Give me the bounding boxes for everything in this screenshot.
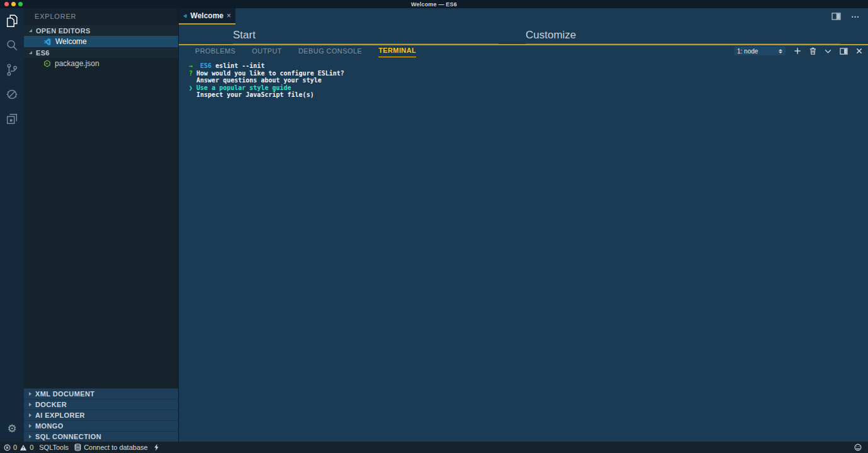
toggle-panel-layout-icon[interactable]	[840, 48, 848, 55]
tab-debug-console[interactable]: DEBUG CONSOLE	[298, 46, 362, 57]
tab-output[interactable]: OUTPUT	[252, 46, 282, 57]
warning-icon	[20, 444, 27, 451]
section-docker[interactable]: DOCKER	[24, 399, 178, 410]
terminal-line: Answer questions about your style	[189, 77, 868, 84]
section-label: DOCKER	[35, 401, 67, 408]
section-ai-explorer[interactable]: AI EXPLORER	[24, 410, 178, 420]
kill-terminal-icon[interactable]	[809, 47, 816, 55]
open-editors-label: OPEN EDITORS	[36, 27, 91, 35]
tab-problems[interactable]: PROBLEMS	[195, 46, 235, 57]
section-label: SQL CONNECTION	[35, 433, 101, 440]
explorer-empty-area	[24, 69, 178, 388]
terminal-instance-label: 1: node	[737, 48, 758, 55]
extensions-icon[interactable]	[0, 106, 24, 131]
lightning-icon	[154, 444, 159, 451]
bottom-panel: PROBLEMS OUTPUT DEBUG CONSOLE TERMINAL 1…	[179, 44, 868, 442]
sqltools-status[interactable]: SQLTools	[39, 444, 69, 451]
debug-icon[interactable]	[0, 82, 24, 106]
welcome-start-heading: Start	[233, 29, 499, 44]
terminal-line: → ES6 eslint --init	[189, 62, 868, 70]
window-controls	[4, 2, 23, 6]
select-updown-icon	[779, 49, 782, 53]
status-bar: 0 0 SQLTools Connect to database	[0, 442, 868, 453]
main-area: ⚙ EXPLORER OPEN EDITORS Welcome ES6 pack…	[0, 8, 868, 442]
terminal-line: ❯ Use a popular style guide	[189, 84, 868, 92]
panel-controls: 1: node	[734, 47, 862, 55]
more-actions-icon[interactable]: ⋯	[851, 13, 859, 21]
tab-terminal[interactable]: TERMINAL	[378, 45, 416, 57]
zoom-window-button[interactable]	[18, 2, 23, 6]
sidebar-title: EXPLORER	[24, 8, 178, 25]
error-icon	[4, 444, 11, 451]
section-mongo[interactable]: MONGO	[24, 420, 178, 431]
sqltools-label: SQLTools	[39, 444, 69, 451]
terminal-content[interactable]: → ES6 eslint --init ? How would you like…	[179, 57, 868, 442]
section-sql-connection[interactable]: SQL CONNECTION	[24, 431, 178, 442]
collapsed-twistie-icon	[29, 424, 31, 428]
section-xml-document[interactable]: XML DOCUMENT	[24, 388, 178, 399]
tab-bar: Welcome × ⋯	[179, 8, 868, 25]
npm-package-icon	[43, 60, 51, 67]
close-panel-icon[interactable]	[856, 48, 862, 54]
feedback-status[interactable]	[854, 444, 862, 451]
folder-root-label: ES6	[36, 49, 50, 57]
tab-close-icon[interactable]: ×	[227, 12, 231, 20]
editor-group: Welcome × ⋯ Start Customize PROBLEMS OUT…	[179, 8, 868, 442]
close-window-button[interactable]	[4, 2, 9, 6]
panel-header: PROBLEMS OUTPUT DEBUG CONSOLE TERMINAL 1…	[179, 45, 868, 57]
terminal-line: Inspect your JavaScript file(s)	[189, 91, 868, 99]
tab-welcome[interactable]: Welcome ×	[179, 8, 235, 25]
database-icon	[74, 444, 81, 451]
collapsed-twistie-icon	[29, 392, 31, 396]
search-icon[interactable]	[0, 33, 24, 57]
editor-actions: ⋯	[831, 8, 868, 25]
window-title: Welcome — ES6	[411, 1, 457, 8]
collapsed-twistie-icon	[29, 435, 31, 439]
terminal-line: ? How would you like to configure ESLint…	[189, 70, 868, 77]
open-editors-header[interactable]: OPEN EDITORS	[24, 25, 178, 36]
section-label: MONGO	[35, 422, 64, 430]
collapsed-twistie-icon	[29, 403, 31, 406]
welcome-file-icon	[43, 38, 52, 46]
minimize-window-button[interactable]	[11, 2, 16, 6]
file-label: package.json	[55, 59, 99, 68]
collapsed-twistie-icon	[29, 413, 31, 417]
section-label: XML DOCUMENT	[35, 390, 94, 398]
open-editor-welcome[interactable]: Welcome	[24, 36, 178, 47]
connect-database-status[interactable]: Connect to database	[74, 444, 148, 451]
activity-bar: ⚙	[0, 8, 24, 442]
welcome-page: Start Customize	[179, 25, 868, 44]
connect-database-label: Connect to database	[84, 444, 148, 451]
smiley-icon	[854, 444, 862, 451]
expanded-twistie-icon	[29, 29, 32, 32]
lightning-status[interactable]	[154, 444, 159, 451]
settings-gear-icon[interactable]: ⚙	[7, 423, 16, 434]
new-terminal-icon[interactable]	[794, 47, 801, 55]
error-count: 0	[13, 444, 17, 451]
chevron-down-icon[interactable]	[825, 49, 831, 53]
open-editor-label: Welcome	[55, 37, 87, 46]
warning-count: 0	[30, 444, 33, 451]
title-bar: Welcome — ES6	[0, 0, 868, 8]
source-control-icon[interactable]	[0, 57, 24, 82]
tab-bar-empty	[235, 8, 831, 25]
tab-label: Welcome	[191, 11, 223, 20]
file-package-json[interactable]: package.json	[24, 58, 178, 69]
explorer-icon[interactable]	[0, 8, 24, 33]
welcome-file-icon	[183, 12, 188, 20]
explorer-sidebar: EXPLORER OPEN EDITORS Welcome ES6 packag…	[24, 8, 179, 442]
split-editor-icon[interactable]	[831, 13, 841, 20]
terminal-instance-select[interactable]: 1: node	[734, 47, 786, 55]
problems-status[interactable]: 0 0	[4, 444, 33, 451]
section-label: AI EXPLORER	[35, 411, 85, 419]
welcome-customize-heading: Customize	[526, 29, 840, 44]
folder-root-header[interactable]: ES6	[24, 47, 178, 58]
expanded-twistie-icon	[29, 51, 32, 54]
